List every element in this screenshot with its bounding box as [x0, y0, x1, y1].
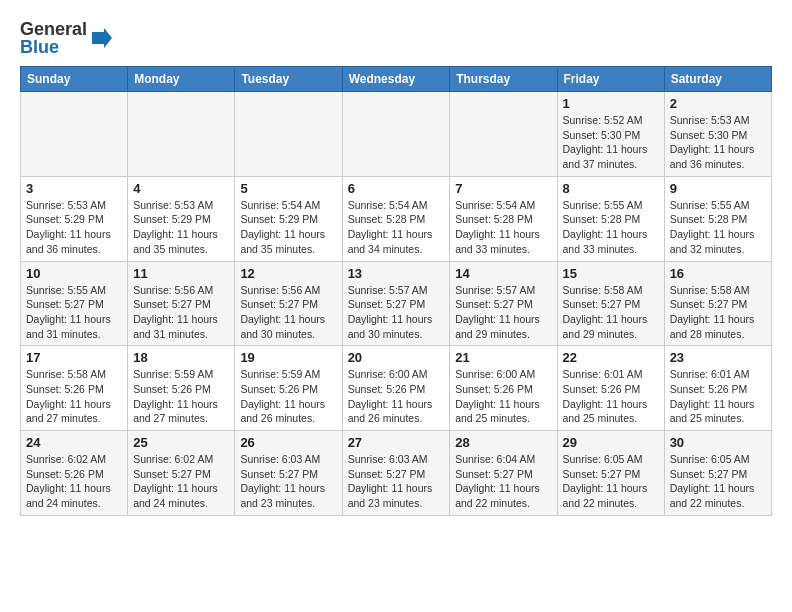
day-info: Sunrise: 6:02 AMSunset: 5:26 PMDaylight:… [26, 452, 122, 511]
calendar-cell: 17Sunrise: 5:58 AMSunset: 5:26 PMDayligh… [21, 346, 128, 431]
day-info: Sunrise: 5:52 AMSunset: 5:30 PMDaylight:… [563, 113, 659, 172]
logo: General Blue [20, 20, 112, 56]
calendar-cell: 29Sunrise: 6:05 AMSunset: 5:27 PMDayligh… [557, 431, 664, 516]
calendar-cell: 16Sunrise: 5:58 AMSunset: 5:27 PMDayligh… [664, 261, 771, 346]
calendar-cell: 5Sunrise: 5:54 AMSunset: 5:29 PMDaylight… [235, 176, 342, 261]
day-info: Sunrise: 5:57 AMSunset: 5:27 PMDaylight:… [348, 283, 445, 342]
calendar-table: SundayMondayTuesdayWednesdayThursdayFrid… [20, 66, 772, 516]
day-info: Sunrise: 5:57 AMSunset: 5:27 PMDaylight:… [455, 283, 551, 342]
calendar-cell [342, 92, 450, 177]
day-number: 21 [455, 350, 551, 365]
day-number: 11 [133, 266, 229, 281]
day-info: Sunrise: 5:55 AMSunset: 5:28 PMDaylight:… [670, 198, 766, 257]
day-number: 14 [455, 266, 551, 281]
day-info: Sunrise: 5:54 AMSunset: 5:28 PMDaylight:… [455, 198, 551, 257]
week-row-5: 24Sunrise: 6:02 AMSunset: 5:26 PMDayligh… [21, 431, 772, 516]
calendar-cell: 24Sunrise: 6:02 AMSunset: 5:26 PMDayligh… [21, 431, 128, 516]
calendar-cell: 22Sunrise: 6:01 AMSunset: 5:26 PMDayligh… [557, 346, 664, 431]
weekday-saturday: Saturday [664, 67, 771, 92]
day-number: 29 [563, 435, 659, 450]
day-number: 3 [26, 181, 122, 196]
day-info: Sunrise: 6:03 AMSunset: 5:27 PMDaylight:… [240, 452, 336, 511]
week-row-1: 1Sunrise: 5:52 AMSunset: 5:30 PMDaylight… [21, 92, 772, 177]
day-number: 24 [26, 435, 122, 450]
day-number: 19 [240, 350, 336, 365]
day-info: Sunrise: 5:53 AMSunset: 5:29 PMDaylight:… [133, 198, 229, 257]
calendar-cell [235, 92, 342, 177]
calendar-cell: 15Sunrise: 5:58 AMSunset: 5:27 PMDayligh… [557, 261, 664, 346]
calendar-cell: 1Sunrise: 5:52 AMSunset: 5:30 PMDaylight… [557, 92, 664, 177]
logo-blue-text: Blue [20, 38, 59, 56]
weekday-monday: Monday [128, 67, 235, 92]
calendar-cell: 18Sunrise: 5:59 AMSunset: 5:26 PMDayligh… [128, 346, 235, 431]
day-number: 28 [455, 435, 551, 450]
day-number: 25 [133, 435, 229, 450]
calendar-cell: 30Sunrise: 6:05 AMSunset: 5:27 PMDayligh… [664, 431, 771, 516]
calendar-cell: 20Sunrise: 6:00 AMSunset: 5:26 PMDayligh… [342, 346, 450, 431]
day-info: Sunrise: 5:56 AMSunset: 5:27 PMDaylight:… [240, 283, 336, 342]
calendar-cell: 11Sunrise: 5:56 AMSunset: 5:27 PMDayligh… [128, 261, 235, 346]
day-number: 6 [348, 181, 445, 196]
calendar-cell: 25Sunrise: 6:02 AMSunset: 5:27 PMDayligh… [128, 431, 235, 516]
day-number: 1 [563, 96, 659, 111]
calendar-cell: 8Sunrise: 5:55 AMSunset: 5:28 PMDaylight… [557, 176, 664, 261]
day-number: 8 [563, 181, 659, 196]
day-info: Sunrise: 6:04 AMSunset: 5:27 PMDaylight:… [455, 452, 551, 511]
page-header: General Blue [20, 20, 772, 56]
day-number: 26 [240, 435, 336, 450]
weekday-wednesday: Wednesday [342, 67, 450, 92]
day-number: 18 [133, 350, 229, 365]
weekday-header-row: SundayMondayTuesdayWednesdayThursdayFrid… [21, 67, 772, 92]
week-row-2: 3Sunrise: 5:53 AMSunset: 5:29 PMDaylight… [21, 176, 772, 261]
day-number: 5 [240, 181, 336, 196]
day-number: 22 [563, 350, 659, 365]
day-number: 7 [455, 181, 551, 196]
day-info: Sunrise: 5:58 AMSunset: 5:26 PMDaylight:… [26, 367, 122, 426]
calendar-cell: 3Sunrise: 5:53 AMSunset: 5:29 PMDaylight… [21, 176, 128, 261]
calendar-cell: 12Sunrise: 5:56 AMSunset: 5:27 PMDayligh… [235, 261, 342, 346]
day-info: Sunrise: 5:54 AMSunset: 5:29 PMDaylight:… [240, 198, 336, 257]
calendar-cell: 28Sunrise: 6:04 AMSunset: 5:27 PMDayligh… [450, 431, 557, 516]
weekday-thursday: Thursday [450, 67, 557, 92]
calendar-cell: 27Sunrise: 6:03 AMSunset: 5:27 PMDayligh… [342, 431, 450, 516]
day-number: 10 [26, 266, 122, 281]
day-info: Sunrise: 5:54 AMSunset: 5:28 PMDaylight:… [348, 198, 445, 257]
calendar-cell: 13Sunrise: 5:57 AMSunset: 5:27 PMDayligh… [342, 261, 450, 346]
day-info: Sunrise: 5:55 AMSunset: 5:27 PMDaylight:… [26, 283, 122, 342]
day-number: 27 [348, 435, 445, 450]
day-number: 2 [670, 96, 766, 111]
day-info: Sunrise: 5:53 AMSunset: 5:29 PMDaylight:… [26, 198, 122, 257]
day-info: Sunrise: 5:58 AMSunset: 5:27 PMDaylight:… [670, 283, 766, 342]
day-info: Sunrise: 5:53 AMSunset: 5:30 PMDaylight:… [670, 113, 766, 172]
week-row-3: 10Sunrise: 5:55 AMSunset: 5:27 PMDayligh… [21, 261, 772, 346]
day-info: Sunrise: 6:01 AMSunset: 5:26 PMDaylight:… [563, 367, 659, 426]
day-number: 20 [348, 350, 445, 365]
svg-marker-0 [92, 28, 112, 48]
day-number: 16 [670, 266, 766, 281]
day-info: Sunrise: 6:00 AMSunset: 5:26 PMDaylight:… [455, 367, 551, 426]
day-info: Sunrise: 6:05 AMSunset: 5:27 PMDaylight:… [563, 452, 659, 511]
day-number: 13 [348, 266, 445, 281]
day-info: Sunrise: 5:55 AMSunset: 5:28 PMDaylight:… [563, 198, 659, 257]
weekday-tuesday: Tuesday [235, 67, 342, 92]
calendar-cell: 10Sunrise: 5:55 AMSunset: 5:27 PMDayligh… [21, 261, 128, 346]
calendar-cell: 4Sunrise: 5:53 AMSunset: 5:29 PMDaylight… [128, 176, 235, 261]
day-info: Sunrise: 6:01 AMSunset: 5:26 PMDaylight:… [670, 367, 766, 426]
calendar-cell [21, 92, 128, 177]
day-number: 12 [240, 266, 336, 281]
calendar-cell: 19Sunrise: 5:59 AMSunset: 5:26 PMDayligh… [235, 346, 342, 431]
day-info: Sunrise: 5:59 AMSunset: 5:26 PMDaylight:… [133, 367, 229, 426]
day-info: Sunrise: 5:56 AMSunset: 5:27 PMDaylight:… [133, 283, 229, 342]
calendar-cell: 9Sunrise: 5:55 AMSunset: 5:28 PMDaylight… [664, 176, 771, 261]
logo-general-text: General [20, 20, 87, 38]
day-number: 15 [563, 266, 659, 281]
day-number: 17 [26, 350, 122, 365]
day-number: 30 [670, 435, 766, 450]
day-info: Sunrise: 5:59 AMSunset: 5:26 PMDaylight:… [240, 367, 336, 426]
calendar-cell: 23Sunrise: 6:01 AMSunset: 5:26 PMDayligh… [664, 346, 771, 431]
calendar-cell: 21Sunrise: 6:00 AMSunset: 5:26 PMDayligh… [450, 346, 557, 431]
day-info: Sunrise: 6:02 AMSunset: 5:27 PMDaylight:… [133, 452, 229, 511]
day-number: 23 [670, 350, 766, 365]
weekday-sunday: Sunday [21, 67, 128, 92]
calendar-cell: 2Sunrise: 5:53 AMSunset: 5:30 PMDaylight… [664, 92, 771, 177]
